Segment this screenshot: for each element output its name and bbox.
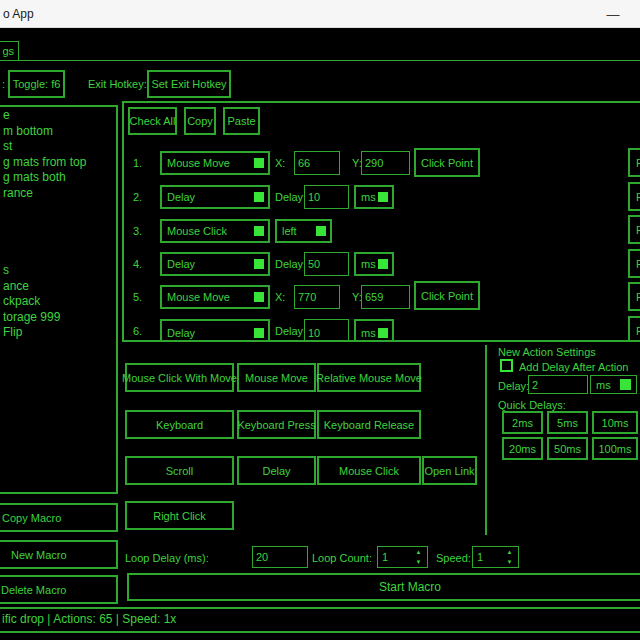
action-row-number: 5. [133, 291, 142, 303]
delay-unit-dropdown[interactable]: ms [354, 185, 394, 209]
x-coordinate-input[interactable] [294, 151, 340, 175]
quick-delay-2ms-button[interactable]: 2ms [502, 411, 543, 434]
delete-macro-button[interactable]: Delete Macro [0, 575, 118, 604]
quick-delay-5ms-button[interactable]: 5ms [547, 411, 588, 434]
dropdown-square-icon[interactable] [254, 292, 264, 302]
add-mouse-move-button[interactable]: Mouse Move [237, 363, 316, 392]
start-macro-button[interactable]: Start Macro [127, 573, 640, 601]
action-row-number: 3. [133, 225, 142, 237]
y-coordinate-input[interactable] [361, 151, 410, 175]
action-type-dropdown[interactable]: Delay [160, 185, 270, 209]
add-keyboard-release-button[interactable]: Keyboard Release [317, 410, 421, 439]
add-delay-after-action-checkbox[interactable] [500, 359, 513, 372]
loop-count-stepper[interactable]: 1 ▲ ▼ [377, 546, 428, 568]
macro-list-item[interactable]: torage 999 [3, 310, 116, 326]
dropdown-square-icon[interactable] [254, 226, 264, 236]
action-type-dropdown[interactable]: Mouse Move [160, 151, 270, 175]
add-delay-button[interactable]: Delay [237, 456, 316, 485]
macro-list-item[interactable] [3, 248, 116, 264]
delay-label: Delay [275, 258, 303, 270]
action-type-dropdown[interactable]: Mouse Click [160, 219, 270, 243]
dropdown-square-icon[interactable] [378, 259, 388, 269]
dropdown-square-icon[interactable] [378, 192, 388, 202]
spinner-up-icon[interactable]: ▲ [507, 549, 513, 555]
spinner-down-icon[interactable]: ▼ [507, 559, 513, 565]
macro-list-item[interactable]: s [3, 263, 116, 279]
delay-unit-dropdown[interactable]: ms [354, 319, 394, 342]
new-action-delay-input[interactable] [528, 375, 588, 394]
add-right-click-button[interactable]: Right Click [125, 501, 234, 530]
new-macro-button[interactable]: New Macro [0, 540, 118, 569]
stepper-arrows[interactable]: ▲ ▼ [412, 548, 425, 566]
macro-list-item[interactable]: st [3, 139, 116, 155]
add-keyboard-button[interactable]: Keyboard [125, 410, 234, 439]
action-type-dropdown[interactable]: Delay [160, 252, 270, 276]
macro-list-item[interactable] [3, 232, 116, 248]
loop-delay-input[interactable] [252, 546, 308, 568]
quick-delay-50ms-button[interactable]: 50ms [547, 437, 588, 460]
macro-list-item[interactable]: g mats both [3, 170, 116, 186]
minimize-button[interactable]: — [594, 0, 632, 28]
delay-value-input[interactable] [304, 185, 349, 209]
mouse-button-dropdown[interactable]: left [275, 219, 332, 243]
macro-list-item[interactable]: g mats from top [3, 155, 116, 171]
x-coordinate-input[interactable] [294, 285, 340, 309]
check-all-button[interactable]: Check All [128, 107, 177, 135]
macro-list[interactable]: e m bottom st g mats from top g mats bot… [0, 105, 118, 494]
toggle-hotkey-button[interactable]: Toggle: f6 [8, 70, 65, 98]
stepper-arrows[interactable]: ▲ ▼ [503, 548, 516, 566]
macro-list-item[interactable]: e [3, 108, 116, 124]
quick-delay-100ms-button[interactable]: 100ms [592, 437, 638, 460]
y-coordinate-input[interactable] [361, 285, 410, 309]
macro-list-item[interactable] [3, 217, 116, 233]
spinner-down-icon[interactable]: ▼ [416, 559, 422, 565]
dropdown-square-icon[interactable] [254, 158, 264, 168]
delay-value-input[interactable] [304, 252, 349, 276]
tab-settings[interactable]: gs [0, 41, 19, 61]
new-action-unit-dropdown[interactable]: ms [590, 375, 637, 394]
macro-list-item[interactable]: ance [3, 279, 116, 295]
remove-action-button[interactable]: R [628, 182, 640, 211]
set-exit-hotkey-button[interactable]: Set Exit Hotkey [147, 70, 231, 98]
new-action-unit-value: ms [596, 379, 611, 391]
delay-unit-dropdown[interactable]: ms [354, 252, 394, 276]
dropdown-square-icon[interactable] [254, 328, 264, 338]
remove-action-button[interactable]: R [628, 316, 640, 342]
quick-delay-20ms-button[interactable]: 20ms [502, 437, 543, 460]
speed-stepper[interactable]: 1 ▲ ▼ [472, 546, 519, 568]
add-relative-mouse-move-button[interactable]: Relative Mouse Move [317, 363, 421, 392]
remove-action-button[interactable]: R [628, 249, 640, 278]
copy-macro-button[interactable]: Copy Macro [0, 503, 118, 532]
macro-list-item[interactable]: rance [3, 186, 116, 202]
macro-list-item[interactable]: m bottom [3, 124, 116, 140]
action-row-number: 6. [133, 325, 142, 337]
dropdown-square-icon[interactable] [378, 328, 388, 338]
spinner-up-icon[interactable]: ▲ [416, 549, 422, 555]
paste-actions-button[interactable]: Paste [223, 107, 260, 135]
add-open-link-button[interactable]: Open Link [422, 456, 477, 485]
remove-action-button[interactable]: R [628, 215, 640, 244]
dropdown-square-icon[interactable] [254, 192, 264, 202]
quick-delay-10ms-button[interactable]: 10ms [592, 411, 638, 434]
remove-action-button[interactable]: R [628, 282, 640, 311]
delay-value-input[interactable] [304, 319, 349, 342]
click-point-button[interactable]: Click Point [414, 281, 480, 310]
remove-action-button[interactable]: R [628, 148, 640, 177]
copy-actions-button[interactable]: Copy [184, 107, 216, 135]
macro-list-item[interactable] [3, 201, 116, 217]
action-type-value: Mouse Move [167, 157, 230, 169]
action-type-value: Delay [167, 327, 195, 339]
dropdown-square-icon[interactable] [620, 379, 631, 390]
click-point-button[interactable]: Click Point [414, 148, 480, 177]
dropdown-square-icon[interactable] [316, 226, 326, 236]
dropdown-square-icon[interactable] [254, 259, 264, 269]
add-mouse-click-with-move-button[interactable]: Mouse Click With Move [125, 363, 234, 392]
add-scroll-button[interactable]: Scroll [125, 456, 234, 485]
add-mouse-click-button[interactable]: Mouse Click [317, 456, 421, 485]
action-type-dropdown[interactable]: Delay [160, 319, 270, 342]
add-keyboard-press-button[interactable]: Keyboard Press [237, 410, 316, 439]
macro-list-item[interactable]: ckpack [3, 294, 116, 310]
action-type-dropdown[interactable]: Mouse Move [160, 285, 270, 309]
action-type-value: Delay [167, 258, 195, 270]
macro-list-item[interactable]: Flip [3, 325, 116, 341]
